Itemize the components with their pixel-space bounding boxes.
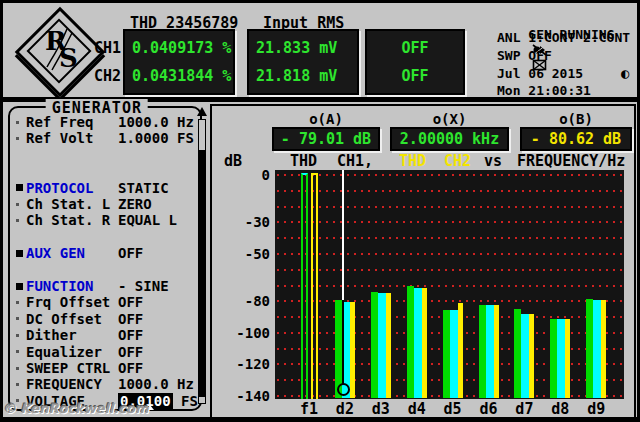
trace-a-name: THD — [290, 152, 317, 170]
menu-item-value: EQUAL L — [118, 212, 177, 228]
cursor-a-label: o(A) — [272, 111, 380, 127]
bar-overlap-d7 — [521, 314, 529, 398]
menu-item-value: 1.0000 FS — [118, 130, 194, 146]
bar-ch2-d6 — [494, 305, 499, 398]
gridline--30 — [277, 221, 622, 223]
generator-panel: GENERATOR Ref Freq1000.0 HzRef Volt1.000… — [8, 106, 202, 411]
menu-item-label: Frq Offset — [26, 294, 118, 310]
cursor-x-label: o(X) — [390, 111, 509, 127]
bar-ch2-d4 — [422, 288, 427, 398]
x-tick-label-d9: d9 — [576, 400, 616, 418]
menu-item-label: Ref Volt — [26, 130, 118, 146]
menu-item-ref-volt[interactable]: Ref Volt1.0000 FS — [16, 130, 194, 146]
x-tick-label-d7: d7 — [504, 400, 544, 418]
bar-overlap-d4 — [414, 288, 422, 398]
square-bullet-icon — [16, 283, 26, 290]
bar-ch2-d7 — [529, 314, 534, 398]
menu-item-function[interactable]: FUNCTION- SINE — [16, 278, 194, 294]
top-status-bar: R S THD 23456789 CH1 CH2 0.0409173 % 0.0… — [3, 3, 637, 97]
menu-item-ch-stat-l[interactable]: Ch Stat. LZERO — [16, 196, 194, 212]
menu-item-label: PROTOCOL — [26, 180, 118, 196]
menu-item-ref-freq[interactable]: Ref Freq1000.0 Hz — [16, 114, 194, 130]
scrollbar-up-arrow-icon[interactable] — [197, 107, 207, 116]
bar-ch1-d6 — [479, 305, 486, 398]
cursor-b-readout: - 80.62 dB — [520, 127, 632, 151]
bar-ch2-d2 — [350, 302, 355, 398]
cursor-x-readout: 2.00000 kHz — [390, 127, 509, 151]
bar-ch1-d5 — [443, 310, 450, 398]
menu-item-protocol[interactable]: PROTOCOLSTATIC — [16, 180, 194, 196]
contrast-icon: ◐ — [621, 65, 629, 81]
date-line: Jul 06 2015 — [497, 66, 583, 81]
menu-item-equalizer[interactable]: EqualizerOFF — [16, 344, 194, 360]
y-tick-label--30: -30 — [224, 214, 270, 230]
gridline--20 — [277, 206, 622, 208]
cursor-marker-circle[interactable] — [337, 383, 350, 396]
y-tick-label--50: -50 — [224, 246, 270, 262]
x-tick-label-f1: f1 — [289, 400, 329, 418]
trace-b-name: THD — [399, 152, 426, 170]
y-tick-label--80: -80 — [224, 293, 270, 309]
bar-ch2-d5 — [458, 303, 463, 398]
menu-item-value: OFF — [118, 311, 143, 327]
x-tick-label-d8: d8 — [540, 400, 580, 418]
menu-item-value: ZERO — [118, 196, 152, 212]
bar-ch1-d8 — [550, 319, 557, 398]
gridline--40 — [277, 237, 622, 239]
menu-item-frequency[interactable]: FREQUENCY1000.0 Hz — [16, 376, 194, 392]
menu-item-value: 1000.0 Hz — [118, 114, 194, 130]
logo-letter-s: S — [59, 43, 78, 73]
rms-ch1-value: 21.833 mV — [249, 34, 357, 62]
ch2-label: CH2 — [94, 67, 121, 85]
square-bullet-icon — [16, 184, 26, 191]
gridline--70 — [277, 285, 622, 287]
plot-area — [275, 170, 624, 399]
bar-overlap-d3 — [378, 293, 386, 398]
x-tick-label-d5: d5 — [433, 400, 473, 418]
scrollbar-thumb[interactable] — [198, 150, 206, 397]
menu-item-label: Ch Stat. L — [26, 196, 118, 212]
bar-ch1-d3 — [371, 292, 378, 398]
generator-scrollbar[interactable] — [197, 107, 206, 404]
gridline--10 — [277, 190, 622, 192]
square-bullet-icon — [16, 250, 26, 257]
menu-item-value: OFF — [118, 245, 143, 261]
bar-ch2-d9 — [601, 300, 606, 398]
dot-bullet-icon — [16, 367, 26, 370]
cursor-line[interactable] — [342, 170, 344, 300]
x-axis-title: FREQUENCY/Hz — [517, 152, 625, 170]
bar-ch1-d4 — [407, 286, 414, 398]
dot-bullet-icon — [16, 219, 26, 222]
menu-item-label: AUX GEN — [26, 245, 118, 261]
y-tick-label--120: -120 — [224, 356, 270, 372]
menu-item-label: Equalizer — [26, 344, 118, 360]
cursor-b-label: o(B) — [520, 111, 632, 127]
menu-item-dither[interactable]: DitherOFF — [16, 327, 194, 343]
trace-a-channel: CH1, — [337, 152, 373, 170]
bar-overlap-d9 — [593, 300, 601, 398]
dot-bullet-icon — [16, 317, 26, 320]
main-area: GENERATOR Ref Freq1000.0 HzRef Volt1.000… — [3, 102, 637, 417]
menu-item-dc-offset[interactable]: DC OffsetOFF — [16, 311, 194, 327]
menu-item-value: OFF — [118, 360, 143, 376]
menu-item-label: Dither — [26, 327, 118, 343]
watermark: © KenRockwell.com — [3, 401, 149, 416]
dot-bullet-icon — [16, 383, 26, 386]
bar-ch2-f1 — [311, 173, 318, 399]
bar-ch2-d3 — [386, 293, 391, 398]
menu-item-ch-stat-r[interactable]: Ch Stat. REQUAL L — [16, 212, 194, 228]
rohde-schwarz-logo: R S — [17, 9, 99, 91]
thd-readout-display: 0.0409173 % 0.0431844 % — [123, 29, 235, 95]
y-tick-label--100: -100 — [224, 325, 270, 341]
trace-b-channel: CH2 — [444, 152, 471, 170]
gridline--80 — [277, 300, 622, 302]
menu-item-value: - SINE — [118, 278, 169, 294]
time-line: Mon 21:00:31 — [497, 83, 591, 98]
aux-display: OFF OFF — [365, 29, 465, 95]
menu-item-sweep-ctrl[interactable]: SWEEP CTRLOFF — [16, 360, 194, 376]
bar-ch1-f1 — [301, 173, 308, 399]
menu-item-aux-gen[interactable]: AUX GENOFF — [16, 245, 194, 261]
thd-ch1-value: 0.0409173 % — [125, 34, 233, 62]
menu-item-frq-offset[interactable]: Frq OffsetOFF — [16, 294, 194, 310]
dot-bullet-icon — [16, 301, 26, 304]
